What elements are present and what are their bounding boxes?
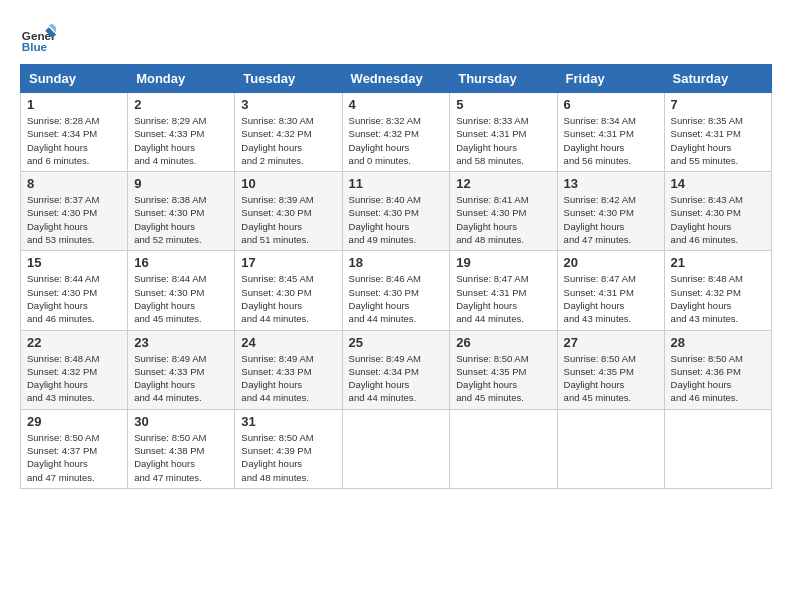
- calendar-week-1: 1 Sunrise: 8:28 AM Sunset: 4:34 PM Dayli…: [21, 93, 772, 172]
- daylight-label: Daylight hours: [241, 142, 302, 153]
- sunset-label: Sunset: 4:30 PM: [456, 207, 526, 218]
- calendar-cell: 2 Sunrise: 8:29 AM Sunset: 4:33 PM Dayli…: [128, 93, 235, 172]
- calendar-cell: 16 Sunrise: 8:44 AM Sunset: 4:30 PM Dayl…: [128, 251, 235, 330]
- sunrise-label: Sunrise: 8:49 AM: [134, 353, 206, 364]
- sunrise-label: Sunrise: 8:41 AM: [456, 194, 528, 205]
- daylight-label: Daylight hours: [349, 221, 410, 232]
- daylight-duration: and 52 minutes.: [134, 234, 202, 245]
- day-number: 20: [564, 255, 658, 270]
- daylight-label: Daylight hours: [671, 300, 732, 311]
- calendar-cell: 28 Sunrise: 8:50 AM Sunset: 4:36 PM Dayl…: [664, 330, 771, 409]
- day-info: Sunrise: 8:42 AM Sunset: 4:30 PM Dayligh…: [564, 193, 658, 246]
- daylight-label: Daylight hours: [134, 142, 195, 153]
- daylight-label: Daylight hours: [456, 142, 517, 153]
- sunset-label: Sunset: 4:35 PM: [564, 366, 634, 377]
- day-number: 23: [134, 335, 228, 350]
- day-info: Sunrise: 8:30 AM Sunset: 4:32 PM Dayligh…: [241, 114, 335, 167]
- sunset-label: Sunset: 4:33 PM: [134, 366, 204, 377]
- day-info: Sunrise: 8:41 AM Sunset: 4:30 PM Dayligh…: [456, 193, 550, 246]
- sunrise-label: Sunrise: 8:46 AM: [349, 273, 421, 284]
- day-number: 5: [456, 97, 550, 112]
- day-number: 4: [349, 97, 444, 112]
- sunrise-label: Sunrise: 8:50 AM: [671, 353, 743, 364]
- daylight-duration: and 4 minutes.: [134, 155, 196, 166]
- calendar-cell: 6 Sunrise: 8:34 AM Sunset: 4:31 PM Dayli…: [557, 93, 664, 172]
- calendar-cell: 4 Sunrise: 8:32 AM Sunset: 4:32 PM Dayli…: [342, 93, 450, 172]
- sunrise-label: Sunrise: 8:50 AM: [241, 432, 313, 443]
- sunrise-label: Sunrise: 8:48 AM: [671, 273, 743, 284]
- logo-icon: General Blue: [20, 20, 56, 56]
- day-number: 1: [27, 97, 121, 112]
- calendar-week-3: 15 Sunrise: 8:44 AM Sunset: 4:30 PM Dayl…: [21, 251, 772, 330]
- day-number: 16: [134, 255, 228, 270]
- daylight-duration: and 46 minutes.: [671, 392, 739, 403]
- daylight-duration: and 43 minutes.: [27, 392, 95, 403]
- daylight-duration: and 2 minutes.: [241, 155, 303, 166]
- daylight-duration: and 58 minutes.: [456, 155, 524, 166]
- calendar-cell: 11 Sunrise: 8:40 AM Sunset: 4:30 PM Dayl…: [342, 172, 450, 251]
- calendar-week-2: 8 Sunrise: 8:37 AM Sunset: 4:30 PM Dayli…: [21, 172, 772, 251]
- daylight-duration: and 44 minutes.: [134, 392, 202, 403]
- calendar-cell: [450, 409, 557, 488]
- calendar-cell: 23 Sunrise: 8:49 AM Sunset: 4:33 PM Dayl…: [128, 330, 235, 409]
- day-number: 27: [564, 335, 658, 350]
- sunset-label: Sunset: 4:30 PM: [349, 287, 419, 298]
- calendar-cell: 1 Sunrise: 8:28 AM Sunset: 4:34 PM Dayli…: [21, 93, 128, 172]
- calendar-cell: 26 Sunrise: 8:50 AM Sunset: 4:35 PM Dayl…: [450, 330, 557, 409]
- weekday-header-wednesday: Wednesday: [342, 65, 450, 93]
- weekday-header-saturday: Saturday: [664, 65, 771, 93]
- day-number: 25: [349, 335, 444, 350]
- day-number: 3: [241, 97, 335, 112]
- sunset-label: Sunset: 4:32 PM: [671, 287, 741, 298]
- day-number: 6: [564, 97, 658, 112]
- day-number: 21: [671, 255, 765, 270]
- calendar-cell: [342, 409, 450, 488]
- sunrise-label: Sunrise: 8:42 AM: [564, 194, 636, 205]
- day-info: Sunrise: 8:49 AM Sunset: 4:33 PM Dayligh…: [241, 352, 335, 405]
- daylight-label: Daylight hours: [241, 379, 302, 390]
- calendar-cell: 21 Sunrise: 8:48 AM Sunset: 4:32 PM Dayl…: [664, 251, 771, 330]
- weekday-header-monday: Monday: [128, 65, 235, 93]
- sunrise-label: Sunrise: 8:49 AM: [241, 353, 313, 364]
- day-number: 18: [349, 255, 444, 270]
- daylight-label: Daylight hours: [27, 142, 88, 153]
- logo: General Blue: [20, 20, 56, 56]
- daylight-label: Daylight hours: [134, 221, 195, 232]
- sunrise-label: Sunrise: 8:29 AM: [134, 115, 206, 126]
- day-number: 24: [241, 335, 335, 350]
- sunrise-label: Sunrise: 8:32 AM: [349, 115, 421, 126]
- calendar-cell: 5 Sunrise: 8:33 AM Sunset: 4:31 PM Dayli…: [450, 93, 557, 172]
- sunset-label: Sunset: 4:30 PM: [27, 287, 97, 298]
- sunset-label: Sunset: 4:38 PM: [134, 445, 204, 456]
- sunrise-label: Sunrise: 8:43 AM: [671, 194, 743, 205]
- day-info: Sunrise: 8:49 AM Sunset: 4:33 PM Dayligh…: [134, 352, 228, 405]
- weekday-header-tuesday: Tuesday: [235, 65, 342, 93]
- sunrise-label: Sunrise: 8:30 AM: [241, 115, 313, 126]
- daylight-duration: and 6 minutes.: [27, 155, 89, 166]
- sunrise-label: Sunrise: 8:45 AM: [241, 273, 313, 284]
- daylight-duration: and 44 minutes.: [349, 313, 417, 324]
- calendar-cell: 24 Sunrise: 8:49 AM Sunset: 4:33 PM Dayl…: [235, 330, 342, 409]
- calendar-cell: 15 Sunrise: 8:44 AM Sunset: 4:30 PM Dayl…: [21, 251, 128, 330]
- daylight-duration: and 53 minutes.: [27, 234, 95, 245]
- daylight-label: Daylight hours: [671, 379, 732, 390]
- day-number: 28: [671, 335, 765, 350]
- sunset-label: Sunset: 4:32 PM: [27, 366, 97, 377]
- sunrise-label: Sunrise: 8:34 AM: [564, 115, 636, 126]
- daylight-label: Daylight hours: [349, 142, 410, 153]
- daylight-label: Daylight hours: [564, 379, 625, 390]
- weekday-header-friday: Friday: [557, 65, 664, 93]
- daylight-duration: and 45 minutes.: [134, 313, 202, 324]
- sunset-label: Sunset: 4:30 PM: [27, 207, 97, 218]
- daylight-duration: and 49 minutes.: [349, 234, 417, 245]
- day-info: Sunrise: 8:47 AM Sunset: 4:31 PM Dayligh…: [456, 272, 550, 325]
- day-number: 19: [456, 255, 550, 270]
- calendar-table: SundayMondayTuesdayWednesdayThursdayFrid…: [20, 64, 772, 489]
- daylight-label: Daylight hours: [456, 300, 517, 311]
- weekday-header-sunday: Sunday: [21, 65, 128, 93]
- day-number: 15: [27, 255, 121, 270]
- calendar-cell: 3 Sunrise: 8:30 AM Sunset: 4:32 PM Dayli…: [235, 93, 342, 172]
- day-number: 22: [27, 335, 121, 350]
- day-info: Sunrise: 8:32 AM Sunset: 4:32 PM Dayligh…: [349, 114, 444, 167]
- daylight-label: Daylight hours: [671, 142, 732, 153]
